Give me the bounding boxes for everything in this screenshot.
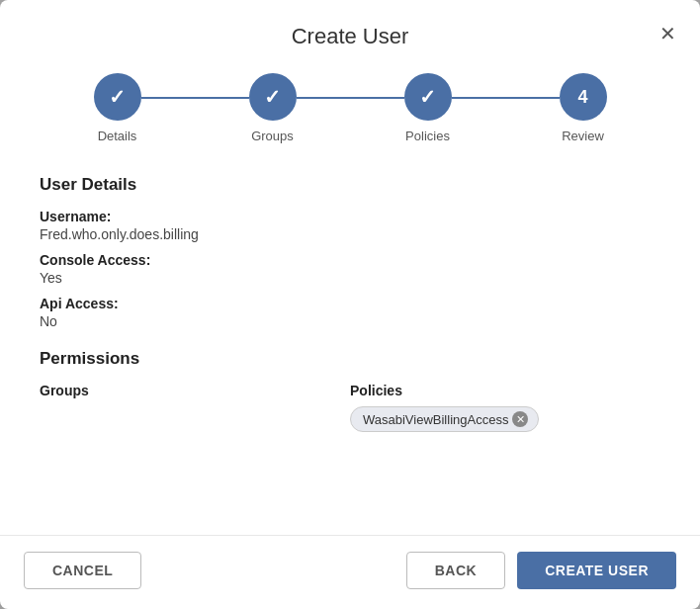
modal-dialog: Create User ✕ ✓ Details ✓ Groups — [0, 0, 700, 609]
step-icon-4: 4 — [577, 87, 587, 108]
permissions-grid: Groups Policies WasabiViewBillingAccess … — [40, 383, 660, 432]
groups-column: Groups — [40, 383, 350, 432]
step-icon-2: ✓ — [264, 85, 281, 109]
stepper: ✓ Details ✓ Groups ✓ Policies — [0, 65, 700, 167]
user-details-section: User Details Username: Fred.who.only.doe… — [40, 175, 660, 329]
permissions-section: Permissions Groups Policies WasabiViewBi… — [40, 349, 660, 432]
step-label-1: Details — [98, 129, 137, 143]
policy-tag-remove-button[interactable]: ✕ — [512, 411, 528, 427]
step-circle-2: ✓ — [249, 73, 297, 121]
modal-header: Create User ✕ — [0, 0, 700, 65]
policies-column: Policies WasabiViewBillingAccess ✕ — [350, 383, 660, 432]
close-button[interactable]: ✕ — [656, 20, 680, 47]
cancel-button[interactable]: CANCEL — [24, 552, 141, 589]
policy-tag-name: WasabiViewBillingAccess — [363, 412, 508, 427]
modal-footer: CANCEL BACK CREATE USER — [0, 535, 700, 609]
permissions-title: Permissions — [40, 349, 660, 369]
step-icon-3: ✓ — [419, 85, 436, 109]
step-circle-1: ✓ — [94, 73, 141, 121]
step-label-3: Policies — [405, 129, 450, 143]
step-connector-3 — [452, 97, 560, 99]
api-access-label: Api Access: — [40, 296, 660, 311]
footer-right-buttons: BACK CREATE USER — [406, 552, 676, 589]
console-access-row: Console Access: Yes — [40, 252, 660, 286]
policy-tags-container: WasabiViewBillingAccess ✕ — [350, 406, 660, 432]
step-label-4: Review — [562, 129, 604, 143]
step-circle-4: 4 — [560, 73, 607, 121]
create-user-button[interactable]: CREATE USER — [517, 552, 676, 589]
policy-tag: WasabiViewBillingAccess ✕ — [350, 406, 539, 432]
groups-col-title: Groups — [40, 383, 350, 398]
console-access-label: Console Access: — [40, 252, 660, 268]
step-connector-2 — [297, 97, 404, 99]
modal-overlay: Create User ✕ ✓ Details ✓ Groups — [0, 0, 700, 609]
modal-content: User Details Username: Fred.who.only.doe… — [0, 167, 700, 535]
policies-col-title: Policies — [350, 383, 660, 398]
step-connector-1 — [141, 97, 249, 99]
back-button[interactable]: BACK — [406, 552, 505, 589]
api-access-row: Api Access: No — [40, 296, 660, 329]
api-access-value: No — [40, 313, 660, 329]
step-icon-1: ✓ — [109, 85, 126, 109]
username-label: Username: — [40, 209, 660, 224]
step-groups: ✓ Groups — [195, 73, 350, 143]
user-details-title: User Details — [40, 175, 660, 195]
step-details: ✓ Details — [40, 73, 195, 143]
username-row: Username: Fred.who.only.does.billing — [40, 209, 660, 242]
step-label-2: Groups — [251, 129, 294, 143]
step-review: 4 Review — [505, 73, 660, 143]
step-policies: ✓ Policies — [350, 73, 505, 143]
modal-title: Create User — [292, 24, 409, 49]
console-access-value: Yes — [40, 270, 660, 286]
username-value: Fred.who.only.does.billing — [40, 226, 660, 242]
step-circle-3: ✓ — [404, 73, 452, 121]
